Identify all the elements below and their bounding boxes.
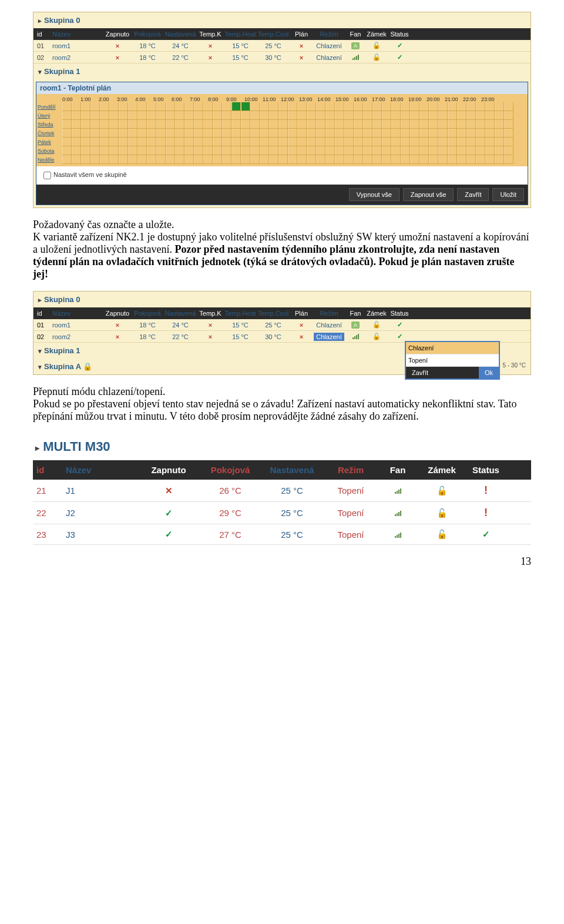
- plan-cell[interactable]: [109, 155, 119, 164]
- plan-cell[interactable]: [222, 102, 231, 111]
- plan-cell[interactable]: [354, 146, 363, 155]
- plan-cell[interactable]: [128, 102, 137, 111]
- plan-cell[interactable]: [194, 138, 203, 146]
- plan-cell[interactable]: [288, 138, 297, 146]
- plan-cell[interactable]: [81, 111, 90, 120]
- plan-cell[interactable]: [222, 146, 231, 155]
- plan-cell[interactable]: [260, 129, 269, 138]
- plan-cell[interactable]: [504, 138, 513, 146]
- plan-cell[interactable]: [307, 146, 316, 155]
- plan-cell[interactable]: [448, 120, 457, 129]
- plan-cell[interactable]: [485, 111, 495, 120]
- plan-cell[interactable]: [128, 129, 137, 138]
- plan-cell[interactable]: [119, 111, 128, 120]
- plan-cell[interactable]: [137, 146, 147, 155]
- plan-cell[interactable]: [81, 138, 90, 146]
- plan-cell[interactable]: [316, 146, 325, 155]
- plan-cell[interactable]: [156, 102, 166, 111]
- plan-cell[interactable]: [354, 155, 363, 164]
- plan-cell[interactable]: [288, 102, 297, 111]
- plan-cell[interactable]: [288, 155, 297, 164]
- plan-cell[interactable]: [278, 111, 288, 120]
- plan-cell[interactable]: [250, 138, 260, 146]
- plan-cell[interactable]: [137, 120, 147, 129]
- plan-cell[interactable]: [410, 146, 419, 155]
- plan-cell[interactable]: [194, 129, 203, 138]
- plan-cell[interactable]: [316, 155, 325, 164]
- plan-cell[interactable]: [128, 138, 137, 146]
- plan-cell[interactable]: [203, 120, 213, 129]
- plan-cell[interactable]: [495, 120, 504, 129]
- plan-cell[interactable]: [495, 102, 504, 111]
- plan-cell[interactable]: [354, 120, 363, 129]
- plan-cell[interactable]: [222, 138, 231, 146]
- plan-cell[interactable]: [194, 155, 203, 164]
- plan-cell[interactable]: [222, 155, 231, 164]
- plan-cell[interactable]: [166, 129, 175, 138]
- plan-cell[interactable]: [203, 102, 213, 111]
- plan-cell[interactable]: [485, 129, 495, 138]
- plan-cell[interactable]: [269, 146, 278, 155]
- plan-cell[interactable]: [495, 129, 504, 138]
- plan-cell[interactable]: [72, 146, 81, 155]
- plan-cell[interactable]: [457, 146, 466, 155]
- plan-cell[interactable]: [62, 129, 72, 138]
- plan-cell[interactable]: [325, 129, 335, 138]
- plan-cell[interactable]: [316, 120, 325, 129]
- plan-cell[interactable]: [62, 146, 72, 155]
- plan-cell[interactable]: [90, 120, 100, 129]
- plan-cell[interactable]: [128, 155, 137, 164]
- plan-cell[interactable]: [269, 102, 278, 111]
- plan-cell[interactable]: [278, 129, 288, 138]
- plan-button[interactable]: Zapnout vše: [403, 188, 454, 201]
- multi-title[interactable]: ▸ MULTI M30: [33, 433, 531, 460]
- plan-cell[interactable]: [307, 155, 316, 164]
- plan-cell[interactable]: [175, 111, 184, 120]
- plan-cell[interactable]: [466, 155, 476, 164]
- plan-cell[interactable]: [438, 138, 448, 146]
- plan-cell[interactable]: [260, 146, 269, 155]
- plan-cell[interactable]: [81, 102, 90, 111]
- plan-cell[interactable]: [62, 120, 72, 129]
- plan-cell[interactable]: [466, 129, 476, 138]
- plan-cell[interactable]: [137, 138, 147, 146]
- plan-cell[interactable]: [438, 146, 448, 155]
- plan-cell[interactable]: [147, 111, 156, 120]
- plan-cell[interactable]: [175, 102, 184, 111]
- plan-cell[interactable]: [325, 111, 335, 120]
- plan-cell[interactable]: [269, 120, 278, 129]
- plan-cell[interactable]: [382, 129, 391, 138]
- plan-cell[interactable]: [156, 111, 166, 120]
- plan-cell[interactable]: [344, 146, 354, 155]
- plan-cell[interactable]: [119, 155, 128, 164]
- plan-cell[interactable]: [307, 138, 316, 146]
- plan-cell[interactable]: [72, 138, 81, 146]
- plan-cell[interactable]: [184, 138, 194, 146]
- plan-cell[interactable]: [344, 120, 354, 129]
- plan-cell[interactable]: [354, 129, 363, 138]
- table-row[interactable]: 01room1×18 °C24 °C×15 °C25 °C×ChlazeníA🔓…: [33, 40, 531, 52]
- plan-cell[interactable]: [307, 111, 316, 120]
- plan-cell[interactable]: [316, 129, 325, 138]
- plan-cell[interactable]: [72, 120, 81, 129]
- plan-cell[interactable]: [372, 146, 382, 155]
- plan-cell[interactable]: [307, 129, 316, 138]
- plan-cell[interactable]: [316, 138, 325, 146]
- plan-cell[interactable]: [62, 102, 72, 111]
- plan-cell[interactable]: [391, 146, 401, 155]
- plan-cell[interactable]: [372, 138, 382, 146]
- plan-cell[interactable]: [363, 155, 372, 164]
- plan-cell[interactable]: [457, 111, 466, 120]
- plan-cell[interactable]: [325, 120, 335, 129]
- plan-cell[interactable]: [184, 129, 194, 138]
- plan-cell[interactable]: [166, 111, 175, 120]
- plan-cell[interactable]: [231, 155, 241, 164]
- plan-cell[interactable]: [156, 146, 166, 155]
- plan-cell[interactable]: [166, 120, 175, 129]
- table-row[interactable]: 02room2×18 °C22 °C×15 °C30 °C×Chlazení🔓✓: [33, 52, 531, 63]
- plan-cell[interactable]: [325, 155, 335, 164]
- plan-cell[interactable]: [109, 129, 119, 138]
- plan-cell[interactable]: [307, 102, 316, 111]
- plan-cell[interactable]: [354, 102, 363, 111]
- plan-cell[interactable]: [429, 111, 438, 120]
